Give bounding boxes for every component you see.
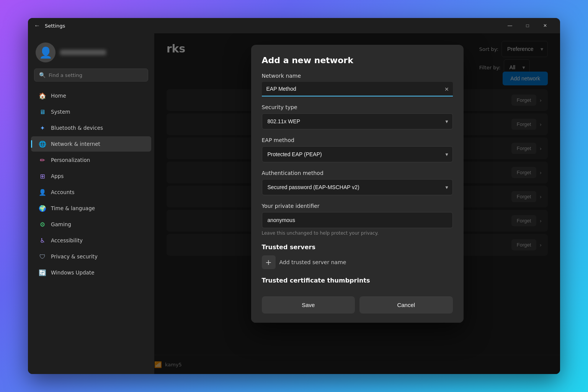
security-type-label: Security type	[262, 104, 453, 110]
add-server-button[interactable]: + Add trusted server name	[262, 255, 453, 269]
sidebar-item-gaming[interactable]: ⚙ Gaming	[31, 217, 151, 232]
sidebar-item-label-gaming: Gaming	[51, 221, 71, 227]
plus-icon: +	[262, 255, 276, 269]
system-icon: 🖥	[39, 108, 46, 116]
sidebar-item-label-privacy: Privacy & security	[51, 253, 98, 260]
sidebar-item-label-home: Home	[51, 93, 66, 99]
dialog-footer: Save Cancel	[251, 290, 464, 323]
sidebar-item-apps[interactable]: ⊞ Apps	[31, 168, 151, 184]
main-content: 👤 🔍 Find a setting 🏠 Home 🖥 System ✦ Blu…	[28, 33, 560, 374]
accessibility-icon: ♿	[39, 237, 46, 244]
network-name-input[interactable]	[262, 82, 453, 96]
search-icon: 🔍	[39, 72, 46, 78]
sidebar-item-personalization[interactable]: ✏ Personalization	[31, 152, 151, 168]
content-area: rks Sort by: Preference ▾	[154, 33, 560, 374]
privacy-icon: 🛡	[39, 253, 46, 260]
sidebar-item-label-apps: Apps	[51, 173, 64, 179]
sidebar-item-label-system: System	[51, 109, 70, 115]
window-controls: — □ ✕	[501, 20, 554, 32]
cert-thumbprints-title: Trusted certificate thumbprints	[262, 277, 453, 290]
avatar: 👤	[36, 42, 56, 62]
dialog-overlay: Add a new network Network name ✕ Securit…	[154, 33, 560, 374]
sidebar-item-label-bluetooth: Bluetooth & devices	[51, 125, 103, 131]
bluetooth-icon: ✦	[39, 124, 46, 132]
clear-network-name-button[interactable]: ✕	[444, 86, 449, 92]
home-icon: 🏠	[39, 92, 46, 100]
sidebar-item-bluetooth[interactable]: ✦ Bluetooth & devices	[31, 120, 151, 136]
auth-method-wrapper: Secured password (EAP-MSCHAP v2) Smart c…	[262, 179, 453, 195]
auth-method-label: Authentication method	[262, 170, 453, 176]
sidebar-item-accounts[interactable]: 👤 Accounts	[31, 185, 151, 200]
titlebar: ← Settings — □ ✕	[28, 18, 560, 33]
sidebar-item-privacy[interactable]: 🛡 Privacy & security	[31, 249, 151, 264]
apps-icon: ⊞	[39, 172, 46, 180]
sidebar-item-label-network: Network & internet	[51, 141, 100, 147]
auth-method-select[interactable]: Secured password (EAP-MSCHAP v2) Smart c…	[262, 179, 453, 195]
network-name-label: Network name	[262, 73, 453, 79]
user-name-blurred	[60, 50, 106, 55]
accounts-icon: 👤	[39, 188, 46, 196]
update-icon: 🔄	[39, 269, 46, 276]
eap-method-wrapper: Protected EAP (PEAP) PEAP EAP-TLS EAP-TT…	[262, 146, 453, 162]
dialog-title: Add a new network	[262, 56, 453, 65]
private-id-input[interactable]	[262, 212, 453, 228]
window-title: Settings	[45, 23, 65, 29]
personalization-icon: ✏	[39, 156, 46, 164]
gaming-icon: ⚙	[39, 220, 46, 228]
sidebar-item-label-time: Time & language	[51, 205, 95, 211]
eap-method-label: EAP method	[262, 137, 453, 143]
close-button[interactable]: ✕	[536, 20, 554, 32]
cancel-button[interactable]: Cancel	[359, 296, 453, 314]
dialog-body: Add a new network Network name ✕ Securit…	[251, 45, 464, 290]
sidebar-item-time[interactable]: 🌍 Time & language	[31, 201, 151, 216]
search-placeholder: Find a setting	[49, 72, 82, 78]
sidebar-item-accessibility[interactable]: ♿ Accessibility	[31, 233, 151, 248]
eap-method-select[interactable]: Protected EAP (PEAP) PEAP EAP-TLS EAP-TT…	[262, 146, 453, 162]
add-server-label: Add trusted server name	[279, 259, 346, 265]
sidebar-item-label-accounts: Accounts	[51, 189, 75, 195]
trusted-servers-title: Trusted servers	[262, 243, 453, 251]
network-name-wrapper: ✕	[262, 82, 453, 96]
back-button[interactable]: ←	[34, 22, 40, 29]
maximize-button[interactable]: □	[519, 20, 536, 32]
save-button[interactable]: Save	[262, 296, 355, 314]
time-icon: 🌍	[39, 204, 46, 212]
sidebar-item-network[interactable]: 🌐 Network & internet	[31, 136, 151, 152]
security-type-select[interactable]: 802.11x WEP Open WPA2-Personal WPA3-Pers…	[262, 113, 453, 129]
add-network-dialog: Add a new network Network name ✕ Securit…	[251, 45, 464, 323]
sidebar-item-update[interactable]: 🔄 Windows Update	[31, 265, 151, 280]
network-icon: 🌐	[39, 140, 46, 148]
private-id-label: Your private identifier	[262, 203, 453, 209]
sidebar-item-label-personalization: Personalization	[51, 157, 90, 163]
sidebar-item-system[interactable]: 🖥 System	[31, 104, 151, 119]
sidebar-item-label-update: Windows Update	[51, 270, 94, 276]
security-type-wrapper: 802.11x WEP Open WPA2-Personal WPA3-Pers…	[262, 113, 453, 129]
user-section: 👤	[28, 39, 154, 69]
sidebar-item-home[interactable]: 🏠 Home	[31, 88, 151, 103]
sidebar: 👤 🔍 Find a setting 🏠 Home 🖥 System ✦ Blu…	[28, 33, 154, 374]
private-id-help: Leave this unchanged to help protect you…	[262, 230, 453, 236]
search-box[interactable]: 🔍 Find a setting	[34, 69, 148, 82]
minimize-button[interactable]: —	[501, 20, 519, 32]
sidebar-item-label-accessibility: Accessibility	[51, 237, 83, 243]
user-icon: 👤	[39, 46, 52, 59]
